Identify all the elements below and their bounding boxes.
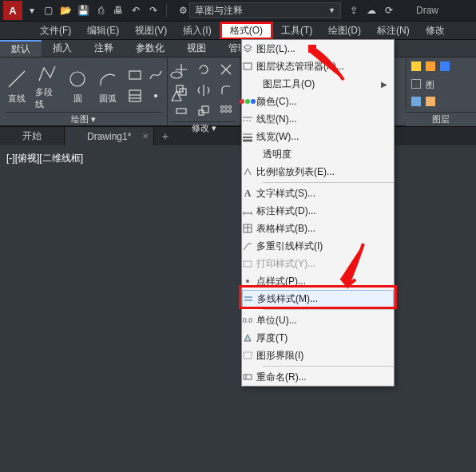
doc-tab-drawing1[interactable]: Drawing1* ✕ xyxy=(65,127,154,145)
ribbon-tab-parametric[interactable]: 参数化 xyxy=(125,40,176,57)
layer-row-2[interactable]: 图 xyxy=(407,75,476,93)
menu-item-dim-style[interactable]: 标注样式(D)... xyxy=(242,202,394,220)
svg-rect-13 xyxy=(202,106,208,113)
menu-draw[interactable]: 绘图(D) xyxy=(320,22,369,39)
app-logo[interactable]: A xyxy=(3,1,22,20)
scale-icon xyxy=(196,104,211,118)
ribbon-tab-annotate[interactable]: 注释 xyxy=(83,40,125,57)
menu-item-lineweight[interactable]: 线宽(W)... xyxy=(242,128,394,145)
menu-item-transparency[interactable]: 透明度 xyxy=(242,145,394,163)
sync-icon[interactable]: ⟳ xyxy=(383,4,395,17)
point-style-icon xyxy=(242,276,253,287)
tool-label: 多段线 xyxy=(35,86,59,110)
tool-label: 圆 xyxy=(73,93,82,105)
save-icon[interactable]: 💾 xyxy=(77,4,89,17)
text-style-icon: A xyxy=(242,188,253,199)
menu-item-label: 图层(L)... xyxy=(256,42,296,56)
tool-scale[interactable] xyxy=(195,102,212,120)
menu-edit[interactable]: 编辑(E) xyxy=(79,22,127,39)
tool-mirror[interactable] xyxy=(195,81,212,99)
tool-trim[interactable] xyxy=(217,61,235,78)
title-bar: A ▾ ▢ 📂 💾 ⎙ 🖶 ↶ ↷ ⚙ 草图与注释 ▼ ⇪ ☁ ⟳ Draw xyxy=(0,0,476,21)
menubar: 文件(F) 编辑(E) 视图(V) 插入(I) 格式(O) 工具(T) 绘图(D… xyxy=(0,21,476,40)
menu-item-rename[interactable]: 重命名(R)... xyxy=(242,368,394,386)
menu-item-text-style[interactable]: A 文字样式(S)... xyxy=(242,184,394,202)
tool-spline[interactable] xyxy=(147,66,165,84)
menu-item-color[interactable]: 颜色(C)... xyxy=(242,93,394,110)
menu-tools[interactable]: 工具(T) xyxy=(273,22,320,39)
workspace-dropdown[interactable]: 草图与注释 ▼ xyxy=(189,2,341,18)
menu-item-linetype[interactable]: 线型(N)... xyxy=(242,110,394,128)
svg-point-7 xyxy=(155,95,157,97)
ribbon-tab-view[interactable]: 视图 xyxy=(176,40,217,57)
tool-rectangle[interactable] xyxy=(126,66,144,84)
layer-row-3[interactable] xyxy=(407,93,476,110)
svg-point-16 xyxy=(229,106,232,109)
tool-point[interactable] xyxy=(147,87,165,105)
redo-icon[interactable]: ↷ xyxy=(147,4,160,17)
drawing-viewport[interactable]: [-][俯视][二维线框] xyxy=(0,145,476,472)
caret-down-icon[interactable]: ▾ xyxy=(26,4,38,17)
tool-line[interactable]: 直线 xyxy=(5,67,29,105)
modify-mini-tools xyxy=(173,61,236,120)
ribbon-tab-insert[interactable]: 插入 xyxy=(42,40,83,57)
menu-item-label: 打印样式(Y)... xyxy=(256,257,315,271)
svg-point-14 xyxy=(221,106,224,109)
new-icon[interactable]: ▢ xyxy=(42,4,54,17)
doc-tab-start[interactable]: 开始 xyxy=(0,127,65,145)
tool-stretch[interactable] xyxy=(173,102,190,120)
tool-arc[interactable]: 圆弧 xyxy=(96,67,120,105)
menu-dimension[interactable]: 标注(N) xyxy=(369,22,418,39)
ribbon: 直线 多段线 圆 圆弧 绘图 ▾ xyxy=(0,58,476,126)
panel-label: 修改 ▾ xyxy=(173,121,236,134)
tool-hatch[interactable] xyxy=(126,87,144,105)
menu-separator xyxy=(263,309,394,310)
svg-point-1 xyxy=(70,72,85,86)
ribbon-tab-default[interactable]: 默认 xyxy=(0,40,42,57)
share-icon[interactable]: ⇪ xyxy=(347,4,360,17)
menu-modify[interactable]: 修改 xyxy=(418,22,453,39)
tool-circle[interactable]: 圆 xyxy=(65,67,89,105)
dim-style-icon xyxy=(242,205,253,216)
cloud-icon[interactable]: ☁ xyxy=(365,4,378,17)
tool-rotate[interactable] xyxy=(195,61,212,78)
menu-item-units[interactable]: 0.0 单位(U)... xyxy=(242,311,394,329)
svg-rect-21 xyxy=(244,63,252,69)
tool-move[interactable] xyxy=(173,61,190,78)
open-icon[interactable]: 📂 xyxy=(59,4,72,17)
sun-icon xyxy=(426,61,435,71)
tool-copy[interactable] xyxy=(173,81,190,99)
workspace-switcher[interactable]: ⚙ 草图与注释 ▼ xyxy=(177,2,341,18)
layer-row-1[interactable] xyxy=(407,58,476,75)
array-icon xyxy=(219,104,233,118)
tool-fillet[interactable] xyxy=(217,81,235,99)
table-style-icon xyxy=(242,223,253,234)
annotation-arrow-1 xyxy=(303,40,351,90)
print-icon[interactable]: 🖶 xyxy=(112,4,125,17)
layer-text: 图 xyxy=(426,79,434,89)
menu-item-scale-list[interactable]: 比例缩放列表(E)... xyxy=(242,163,394,180)
tool-polyline[interactable]: 多段线 xyxy=(35,61,59,110)
trim-icon xyxy=(219,62,233,77)
menu-view[interactable]: 视图(V) xyxy=(127,22,175,39)
copy-icon xyxy=(174,83,188,97)
separator xyxy=(166,4,167,17)
menu-format[interactable]: 格式(O) xyxy=(222,24,271,38)
menu-file[interactable]: 文件(F) xyxy=(32,22,79,39)
viewport-controls[interactable]: [-][俯视][二维线框] xyxy=(6,152,83,165)
doc-tab-add[interactable]: ＋ xyxy=(154,127,177,145)
app-title: Draw xyxy=(416,5,438,16)
undo-icon[interactable]: ↶ xyxy=(129,4,142,17)
menu-item-table-style[interactable]: 表格样式(B)... xyxy=(242,220,394,237)
menu-item-limits[interactable]: 图形界限(I) xyxy=(242,347,394,364)
caret-down-icon: ▼ xyxy=(328,6,335,14)
menu-item-thickness[interactable]: 厚度(T) xyxy=(242,329,394,347)
saveas-icon[interactable]: ⎙ xyxy=(94,4,107,17)
ribbon-tabs: 默认 插入 注释 参数化 视图 管理 xyxy=(0,40,476,58)
menu-insert[interactable]: 插入(I) xyxy=(175,22,219,39)
close-icon[interactable]: ✕ xyxy=(142,132,149,141)
title-extras: ⇪ ☁ ⟳ Draw xyxy=(347,4,438,17)
submenu-arrow-icon: ▶ xyxy=(381,80,387,89)
doc-tab-label: Drawing1* xyxy=(87,131,131,142)
tool-array[interactable] xyxy=(217,102,235,120)
